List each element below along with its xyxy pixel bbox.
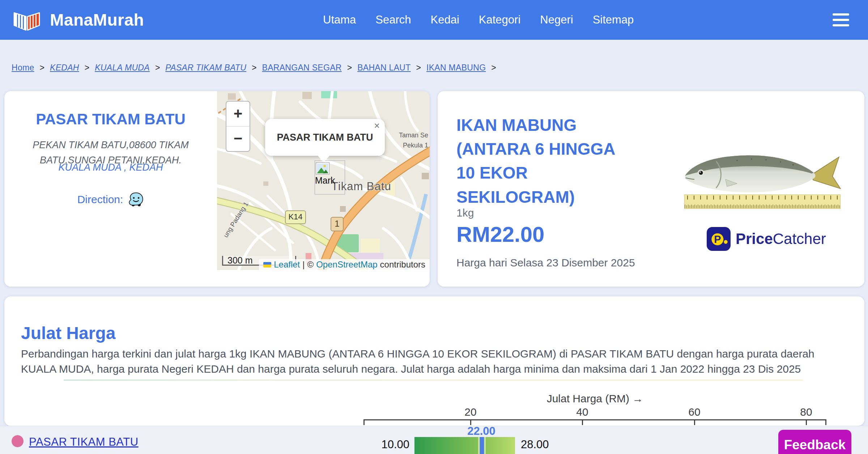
product-title: IKAN MABUNG (ANTARA 6 HINGGA 10 EKOR SEK… [456, 113, 630, 209]
manamurah-logo-icon [12, 7, 41, 33]
pricecatcher-word-bold: Price [736, 230, 773, 247]
axis-tick-label: 60 [688, 406, 700, 418]
price-range-card: Julat Harga Perbandingan harga terkini d… [4, 296, 864, 426]
page: ManaMurah Utama Search Kedai Kategori Ne… [0, 0, 868, 454]
popup-title: PASAR TIKAM BATU [265, 119, 385, 156]
store-title: PASAR TIKAM BATU [4, 111, 217, 128]
chart-row-strip: PASAR TIKAM BATU 10.00 22.00 28.00 Feedb… [0, 426, 868, 454]
nav-item-kategori[interactable]: Kategori [479, 13, 520, 26]
price-range-bar [414, 437, 515, 454]
breadcrumb-bahan-laut[interactable]: BAHAN LAUT [357, 63, 410, 73]
breadcrumb-kedah[interactable]: KEDAH [50, 63, 79, 73]
current-price-marker [480, 437, 484, 454]
price-range-heading: Julat Harga [21, 323, 115, 343]
main-nav: Utama Search Kedai Kategori Negeri Sitem… [323, 0, 634, 40]
pricecatcher-wordmark: PriceCatcher [736, 230, 826, 248]
axis-tick [806, 420, 807, 425]
hamburger-menu-icon[interactable] [833, 13, 849, 26]
store-region: KUALA MUDA , KEDAH [4, 162, 217, 173]
breadcrumb-ikan-mabung[interactable]: IKAN MABUNG [426, 63, 486, 73]
nav-item-search[interactable]: Search [375, 13, 411, 26]
contributors-text: contributors [380, 260, 425, 270]
breadcrumb-separator: > [347, 63, 352, 73]
breadcrumb-kuala-muda[interactable]: KUALA MUDA [95, 63, 150, 73]
map-scale-label: 300 m [227, 255, 252, 265]
product-price-date: Harga hari Selasa 23 Disember 2025 [456, 257, 635, 269]
store-card: PASAR TIKAM BATU PEKAN TIKAM BATU,08600 … [4, 91, 430, 287]
breadcrumb-pasar-tikam-batu[interactable]: PASAR TIKAM BATU [165, 63, 246, 73]
zoom-out-button[interactable]: − [226, 127, 250, 151]
broken-image-icon [316, 162, 329, 175]
ruler-image [684, 194, 841, 209]
chart-axis-title: Julat Harga (RM) → [547, 393, 643, 405]
map-zoom-control: + − [226, 101, 250, 152]
faded-range-bar [64, 380, 803, 381]
map-area-label-1: Taman Se [399, 132, 428, 139]
product-price: RM22.00 [456, 222, 544, 247]
breadcrumb-barangan-segar[interactable]: BARANGAN SEGAR [262, 63, 342, 73]
copyright-symbol: © [307, 260, 314, 270]
ukraine-flag-icon [263, 262, 271, 267]
popup-close-icon[interactable]: × [374, 120, 380, 132]
brand[interactable]: ManaMurah [12, 7, 144, 33]
axis-tick-label: 80 [800, 406, 812, 418]
nav-item-negeri[interactable]: Negeri [540, 13, 573, 26]
navbar: ManaMurah Utama Search Kedai Kategori Ne… [0, 0, 868, 40]
district-link[interactable]: KUALA MUDA [58, 162, 121, 173]
breadcrumb-home[interactable]: Home [12, 63, 34, 73]
nav-item-sitemap[interactable]: Sitemap [593, 13, 634, 26]
current-price-value: 22.00 [467, 425, 495, 438]
axis-tick [582, 420, 583, 425]
map-area-label-2: Pekula 1 [403, 142, 428, 149]
product-unit: 1kg [456, 207, 474, 219]
map-attribution: Leaflet | © OpenStreetMap contributors [259, 259, 430, 270]
map-popup: PASAR TIKAM BATU × [265, 119, 385, 156]
leaflet-map[interactable]: Tikam Batu Taman Se Pekula 1 ung Padang … [217, 91, 430, 270]
attribution-separator: | [302, 260, 305, 270]
feedback-button[interactable]: Feedback [778, 430, 851, 454]
breadcrumb-separator: > [155, 63, 160, 73]
nav-item-utama[interactable]: Utama [323, 13, 356, 26]
svg-text:P: P [714, 234, 721, 245]
breadcrumb: Home > KEDAH > KUALA MUDA > PASAR TIKAM … [12, 63, 496, 73]
openstreetmap-link[interactable]: OpenStreetMap [316, 260, 377, 270]
road-badge-k14: K14 [285, 210, 306, 224]
axis-tick-label: 20 [464, 406, 476, 418]
route-badge-1: 1 [331, 217, 344, 231]
product-card: IKAN MABUNG (ANTARA 6 HINGGA 10 EKOR SEK… [438, 91, 864, 287]
region-separator: , [124, 162, 127, 173]
current-price-marker-halo [478, 437, 480, 454]
price-range-description: Perbandingan harga terkini dan julat har… [21, 346, 849, 377]
axis-tick [825, 420, 826, 425]
map-marker[interactable]: Mark [315, 160, 345, 194]
product-fish-image [683, 148, 843, 199]
axis-tick [694, 420, 695, 425]
state-link[interactable]: KEDAH [129, 162, 163, 173]
breadcrumb-separator: > [40, 63, 44, 73]
marker-alt-text: Mark [315, 175, 335, 186]
breadcrumb-separator: > [252, 63, 256, 73]
hamburger-bar [833, 19, 849, 21]
brand-name: ManaMurah [50, 10, 144, 30]
waze-icon[interactable] [128, 192, 144, 207]
breadcrumb-separator: > [85, 63, 89, 73]
range-max-value: 28.00 [521, 438, 549, 451]
axis-tick-label: 40 [576, 406, 588, 418]
breadcrumb-separator: > [491, 63, 496, 73]
pricecatcher-icon: P [707, 227, 731, 251]
direction-label: Direction: [77, 193, 123, 206]
hamburger-bar [833, 13, 849, 16]
chart-axis: 20 40 60 80 [363, 419, 826, 420]
breadcrumb-separator: > [416, 63, 421, 73]
leaflet-link[interactable]: Leaflet [274, 260, 300, 270]
pricecatcher-word-regular: Catcher [773, 230, 826, 247]
zoom-in-button[interactable]: + [226, 102, 250, 127]
hamburger-bar [833, 24, 849, 26]
legend-dot [12, 435, 24, 447]
nav-item-kedai[interactable]: Kedai [431, 13, 459, 26]
chart-row-store-link[interactable]: PASAR TIKAM BATU [29, 436, 139, 449]
axis-tick [363, 420, 365, 425]
range-min-value: 10.00 [364, 438, 409, 451]
pricecatcher-logo: P PriceCatcher [707, 227, 826, 251]
current-price-marker-halo [484, 437, 486, 454]
